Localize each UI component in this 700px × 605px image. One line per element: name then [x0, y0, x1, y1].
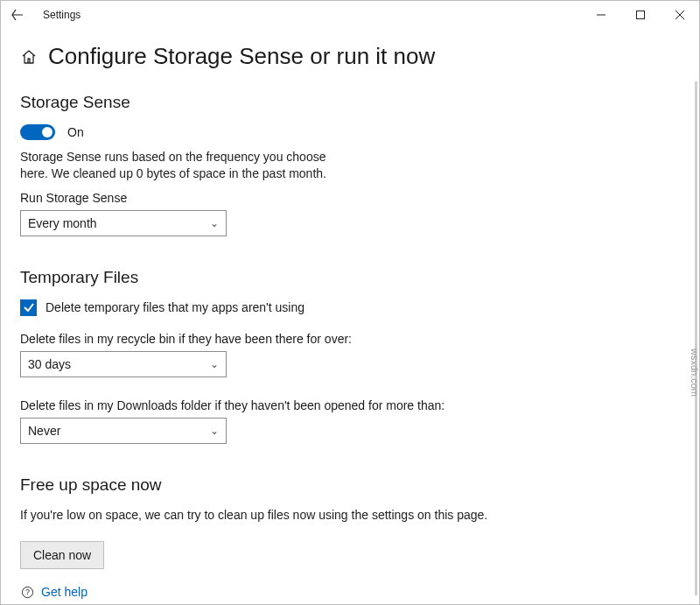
minimize-button[interactable] — [581, 2, 620, 28]
clean-now-button[interactable]: Clean now — [20, 541, 104, 569]
section-free-up-heading: Free up space now — [20, 475, 680, 495]
chevron-down-icon: ⌄ — [210, 358, 219, 370]
downloads-value: Never — [28, 424, 60, 438]
delete-temp-files-label: Delete temporary files that my apps aren… — [46, 300, 304, 314]
watermark: wsxdn.com — [690, 348, 699, 397]
close-button[interactable] — [660, 2, 699, 28]
page-header: Configure Storage Sense or run it now — [20, 43, 680, 70]
recycle-bin-value: 30 days — [28, 357, 71, 371]
clean-now-label: Clean now — [33, 548, 91, 562]
delete-temp-files-checkbox-row[interactable]: Delete temporary files that my apps aren… — [20, 299, 680, 316]
run-storage-sense-value: Every month — [28, 216, 97, 230]
storage-sense-toggle[interactable] — [20, 124, 55, 140]
scrollbar[interactable] — [695, 81, 697, 595]
help-icon: ? — [20, 585, 34, 599]
home-icon[interactable] — [20, 48, 38, 66]
maximize-button[interactable] — [620, 2, 660, 28]
storage-sense-toggle-label: On — [67, 125, 84, 139]
downloads-select[interactable]: Never ⌄ — [20, 418, 227, 444]
downloads-label: Delete files in my Downloads folder if t… — [20, 398, 680, 412]
back-button[interactable] — [8, 5, 27, 25]
chevron-down-icon: ⌄ — [210, 217, 219, 229]
delete-temp-files-checkbox[interactable] — [20, 299, 37, 316]
svg-text:?: ? — [25, 587, 30, 596]
recycle-bin-label: Delete files in my recycle bin if they h… — [20, 332, 680, 346]
run-storage-sense-label: Run Storage Sense — [20, 191, 680, 205]
section-storage-sense-heading: Storage Sense — [20, 93, 680, 112]
title-bar: Settings — [1, 1, 699, 29]
content-area: Configure Storage Sense or run it now St… — [1, 29, 699, 604]
settings-window: Settings Configure Storage Sense or run … — [0, 0, 700, 605]
recycle-bin-select[interactable]: 30 days ⌄ — [20, 351, 227, 377]
window-controls — [581, 2, 699, 28]
svg-rect-1 — [636, 11, 644, 19]
storage-sense-toggle-row: On — [20, 124, 680, 140]
titlebar-left: Settings — [8, 5, 80, 25]
run-storage-sense-select[interactable]: Every month ⌄ — [20, 210, 227, 236]
section-temp-files-heading: Temporary Files — [20, 268, 680, 287]
chevron-down-icon: ⌄ — [210, 425, 219, 437]
page-title: Configure Storage Sense or run it now — [48, 43, 435, 70]
free-up-description: If you're low on space, we can try to cl… — [20, 507, 510, 524]
storage-sense-description: Storage Sense runs based on the frequenc… — [20, 149, 353, 182]
get-help-label: Get help — [41, 585, 88, 599]
get-help-link[interactable]: ? Get help — [20, 585, 88, 599]
window-title: Settings — [43, 9, 80, 21]
